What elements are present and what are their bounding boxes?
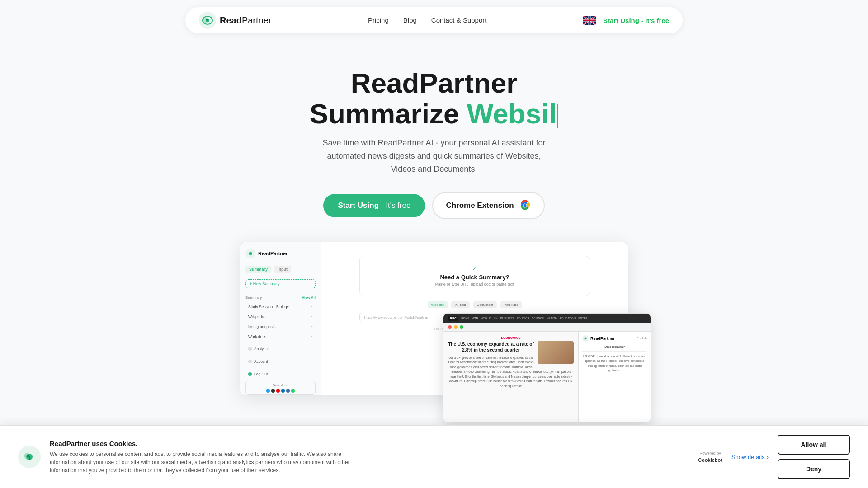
browser-dot-red (448, 325, 452, 329)
need-summary-subtitle: Paste or type URL, upload doc or paste t… (373, 282, 576, 286)
sidebar-download: Download (245, 381, 316, 395)
sidebar-tabs: Summary Input (245, 266, 316, 273)
language-flag-icon[interactable] (583, 16, 596, 25)
cookiebot-logo-text: Cookiebot (698, 457, 722, 463)
nav-link-pricing[interactable]: Pricing (368, 16, 389, 24)
ext-panel-lang: English (637, 337, 647, 340)
cookie-body: We use cookies to personalise content an… (50, 450, 366, 474)
sidebar-nav-analytics[interactable]: Analytics (245, 345, 316, 353)
nav-right: Start Using - It's free (583, 16, 669, 25)
navbar: ReadPartner Pricing Blog Contact & Suppo… (185, 7, 683, 33)
hero-section: ReadPartner Summarize Websil Save time w… (0, 41, 868, 413)
sidebar-item-wikipedia[interactable]: Wikipedia × (245, 313, 316, 320)
sidebar-tab-input[interactable]: Input (274, 266, 291, 273)
show-details-link[interactable]: Show details › (731, 454, 769, 460)
ext-panel: ReadPartner English Dale Resumir US GDP … (578, 332, 651, 422)
new-summary-button[interactable]: + New Summary (245, 279, 316, 288)
sidebar-logo-text: ReadPartner (258, 251, 288, 256)
logo-text: ReadPartner (220, 15, 272, 26)
article-image (538, 341, 574, 364)
ext-browser-content: ECONOMICS The U.S. economy expanded at a… (443, 332, 651, 422)
hero-subtitle: Save time with ReadPartner AI - your per… (316, 136, 552, 175)
ext-panel-title: ReadPartner (590, 336, 615, 341)
nav-link-blog[interactable]: Blog (403, 16, 417, 24)
ext-news-nav: HOMEWARWORLDUK BUSINESSPOLITICSSCIENCE H… (461, 317, 590, 319)
type-tab-website[interactable]: Website (428, 301, 448, 308)
app-sidebar: ReadPartner Summary Input + New Summary … (240, 242, 321, 395)
chrome-icon (519, 199, 531, 212)
summary-type-tabs: Website AI Text Document YouTube (428, 301, 522, 308)
ext-news-header: BBC HOMEWARWORLDUK BUSINESSPOLITICSSCIEN… (443, 314, 651, 323)
svg-point-6 (523, 204, 526, 207)
sidebar-nav-logout[interactable]: Log Out (245, 370, 316, 378)
cookie-banner: ReadPartner uses Cookies. We use cookies… (0, 425, 868, 488)
sidebar-nav-account[interactable]: Account (245, 357, 316, 366)
readpartner-logo-icon (199, 12, 216, 29)
url-placeholder-text: https://www.youtube.com/watch?partner (364, 315, 429, 319)
readpartner-cookie-logo-icon (18, 446, 41, 468)
need-summary-card: ✓ Need a Quick Summary? Paste or type UR… (359, 256, 590, 296)
sidebar-logo: ReadPartner (245, 249, 316, 258)
logo[interactable]: ReadPartner (199, 12, 272, 29)
chrome-extension-button[interactable]: Chrome Extension (432, 192, 544, 219)
cookie-powered-by: Powered by Cookiebot (698, 451, 722, 463)
browser-dot-green (460, 325, 463, 329)
start-using-button[interactable]: Start Using - It's free (323, 194, 425, 217)
sidebar-item-instagram[interactable]: Instagram posts × (245, 323, 316, 330)
summary-check-icon: ✓ (373, 265, 576, 272)
allow-all-button[interactable]: Allow all (778, 435, 850, 455)
nav-link-contact[interactable]: Contact & Support (431, 16, 487, 24)
sidebar-section-label: Summary View All (245, 296, 316, 300)
browser-dot-yellow (454, 325, 458, 329)
article-category: ECONOMICS (448, 336, 574, 339)
cookie-title: ReadPartner uses Cookies. (50, 440, 689, 447)
sidebar-logo-icon (245, 249, 255, 258)
powered-by-text: Powered by (699, 451, 721, 455)
svg-point-8 (249, 252, 252, 255)
hero-buttons: Start Using - It's free Chrome Extension (9, 192, 859, 219)
svg-point-10 (585, 337, 587, 339)
ext-news-logo: BBC (448, 316, 458, 321)
chevron-right-icon: › (767, 454, 769, 460)
nav-cta-button[interactable]: Start Using - It's free (603, 17, 669, 24)
type-tab-document[interactable]: Document (473, 301, 497, 308)
ext-panel-summary-text: US GDP grew at a rate of 2.8% in the sec… (582, 354, 647, 373)
hero-title: ReadPartner Summarize Websil (9, 68, 859, 129)
ext-panel-logo-icon (582, 335, 589, 342)
chrome-extension-overlay: BBC HOMEWARWORLDUK BUSINESSPOLITICSSCIEN… (443, 313, 651, 422)
type-tab-aitext[interactable]: AI Text (451, 301, 469, 308)
ext-panel-summary-label: Dale Resumir (582, 345, 647, 348)
ext-panel-header: ReadPartner English (582, 335, 647, 342)
ext-browser-bar (443, 323, 651, 332)
deny-button[interactable]: Deny (778, 459, 850, 479)
sidebar-item-biology[interactable]: Study Session - Biology × (245, 303, 316, 310)
type-tab-youtube[interactable]: YouTube (500, 301, 522, 308)
sidebar-tab-summary[interactable]: Summary (245, 266, 271, 273)
cookie-text-area: ReadPartner uses Cookies. We use cookies… (50, 440, 689, 474)
ext-article: ECONOMICS The U.S. economy expanded at a… (443, 332, 578, 422)
nav-links: Pricing Blog Contact & Support (368, 16, 486, 24)
app-screenshot: ReadPartner Summary Input + New Summary … (231, 242, 637, 395)
cookie-buttons: Allow all Deny (778, 435, 850, 479)
need-summary-title: Need a Quick Summary? (373, 274, 576, 281)
sidebar-item-workdocs[interactable]: Work docs × (245, 333, 316, 340)
ext-panel-divider (582, 351, 647, 352)
